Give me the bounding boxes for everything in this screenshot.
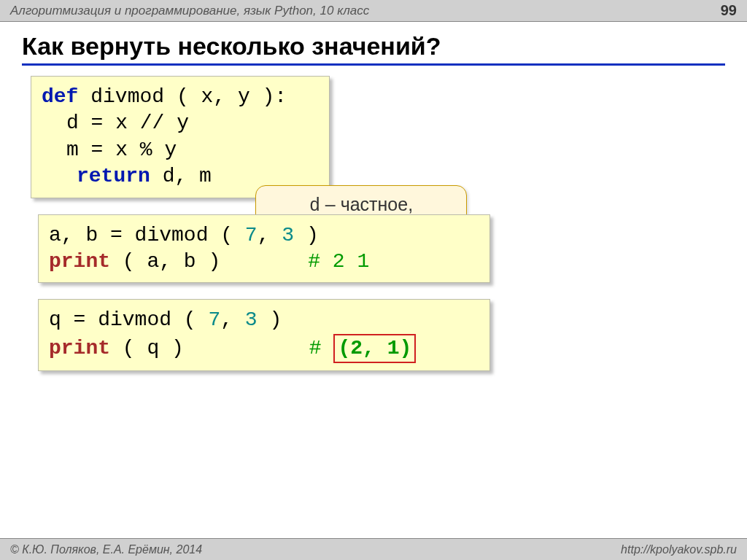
footer-bar: © К.Ю. Поляков, Е.А. Ерёмин, 2014 http:/…	[0, 538, 747, 560]
code-block-call-unpack: a, b = divmod ( 7, 3 ) print ( a, b )# 2…	[38, 214, 490, 284]
print-fn: print	[49, 337, 110, 359]
keyword-def: def	[42, 85, 78, 108]
code-block-definition: def divmod ( x, y ): d = x // y m = x % …	[31, 76, 330, 198]
return-args: d, m	[163, 165, 212, 187]
header-bar: Алгоритмизация и программирование, язык …	[0, 0, 747, 22]
code-line: d = x // y	[42, 110, 319, 136]
function-name: divmod	[90, 85, 164, 108]
comment-hash: #	[309, 337, 322, 359]
page-number: 99	[721, 2, 737, 19]
code-block-call-tuple: q = divmod ( 7, 3 ) print ( q )# (2, 1)	[38, 299, 490, 371]
slide-content: Как вернуть несколько значений? def divm…	[0, 22, 747, 371]
footer-url: http://kpolyakov.spb.ru	[621, 543, 737, 556]
keyword-return: return	[77, 165, 150, 187]
comment: # 2 1	[308, 250, 369, 273]
slide-title: Как вернуть несколько значений?	[22, 32, 725, 66]
header-subject: Алгоритмизация и программирование, язык …	[10, 4, 369, 18]
print-fn: print	[49, 250, 110, 273]
footer-copyright: © К.Ю. Поляков, Е.А. Ерёмин, 2014	[10, 543, 202, 556]
function-args: ( x, y ):	[177, 85, 287, 108]
tuple-result: (2, 1)	[333, 334, 416, 363]
code-line: m = x % y	[42, 137, 319, 163]
